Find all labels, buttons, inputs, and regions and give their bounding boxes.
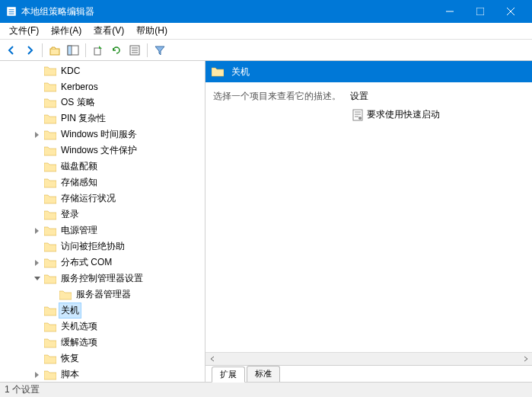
tree-item[interactable]: 关机选项 bbox=[0, 319, 205, 335]
tree-item-label: 电源管理 bbox=[59, 223, 99, 238]
folder-icon bbox=[44, 354, 56, 364]
scroll-left-button[interactable] bbox=[205, 353, 218, 366]
tree-item[interactable]: 服务器管理器 bbox=[0, 287, 205, 303]
detail-body: 选择一个项目来查看它的描述。 设置 要求使用快速启动 bbox=[205, 82, 532, 365]
detail-title: 关机 bbox=[231, 66, 250, 78]
tree-item-label: 关机 bbox=[59, 303, 81, 318]
up-button[interactable] bbox=[46, 42, 63, 59]
tree-item-label: 服务控制管理器设置 bbox=[59, 271, 145, 286]
tree-item-label: 磁盘配额 bbox=[59, 159, 99, 174]
folder-icon bbox=[44, 210, 56, 220]
toolbar-separator bbox=[147, 43, 148, 57]
svg-rect-1 bbox=[9, 9, 14, 10]
status-text: 1 个设置 bbox=[5, 383, 40, 396]
menu-file[interactable]: 文件(F) bbox=[3, 23, 45, 39]
tree-item[interactable]: 缓解选项 bbox=[0, 335, 205, 351]
tree-item[interactable]: 磁盘配额 bbox=[0, 158, 205, 174]
folder-icon bbox=[44, 242, 56, 252]
policy-icon bbox=[352, 109, 364, 121]
folder-icon bbox=[44, 130, 56, 140]
menu-view[interactable]: 查看(V) bbox=[88, 23, 130, 39]
tree-item-label: 存储运行状况 bbox=[59, 191, 117, 206]
tree-item[interactable]: Kerberos bbox=[0, 78, 205, 94]
tree-item[interactable]: 恢复 bbox=[0, 351, 205, 367]
folder-icon bbox=[44, 322, 56, 332]
tree-item-label: Windows 文件保护 bbox=[59, 143, 139, 158]
folder-icon bbox=[59, 290, 72, 300]
tree-item-label: 恢复 bbox=[59, 351, 81, 366]
folder-icon bbox=[44, 370, 56, 380]
toolbar-separator bbox=[42, 43, 43, 57]
setting-label: 要求使用快速启动 bbox=[367, 108, 440, 121]
tree-item-label: Windows 时间服务 bbox=[59, 127, 139, 142]
minimize-button[interactable] bbox=[435, 0, 465, 23]
menu-help[interactable]: 帮助(H) bbox=[130, 23, 174, 39]
folder-icon bbox=[44, 274, 56, 284]
horizontal-scrollbar[interactable] bbox=[205, 352, 532, 365]
tree-item[interactable]: Windows 时间服务 bbox=[0, 126, 205, 142]
forward-button[interactable] bbox=[21, 42, 38, 59]
tree-item[interactable]: KDC bbox=[0, 62, 205, 78]
menu-action[interactable]: 操作(A) bbox=[45, 23, 88, 39]
refresh-button[interactable] bbox=[108, 42, 125, 59]
tree-item-label: OS 策略 bbox=[59, 95, 97, 110]
export-button[interactable] bbox=[90, 42, 107, 59]
tree-item[interactable]: 存储运行状况 bbox=[0, 190, 205, 207]
tree-item[interactable]: 分布式 COM bbox=[0, 255, 205, 271]
tree-item[interactable]: 访问被拒绝协助 bbox=[0, 239, 205, 255]
tree-item-label: KDC bbox=[59, 65, 81, 77]
scroll-right-button[interactable] bbox=[519, 353, 532, 366]
folder-icon bbox=[44, 338, 56, 348]
tree-item-label: 关机选项 bbox=[59, 319, 99, 334]
tree-item-label: PIN 复杂性 bbox=[59, 111, 107, 126]
folder-icon bbox=[44, 114, 56, 124]
folder-icon bbox=[44, 306, 56, 316]
folder-icon bbox=[44, 226, 56, 236]
window-titlebar: 本地组策略编辑器 bbox=[0, 0, 532, 23]
folder-icon bbox=[44, 258, 56, 268]
detail-tabs-row: 扩展 标准 bbox=[205, 365, 532, 382]
tree-item[interactable]: 脚本 bbox=[0, 367, 205, 382]
tree-item[interactable]: PIN 复杂性 bbox=[0, 110, 205, 126]
back-button[interactable] bbox=[3, 42, 20, 59]
tree-item-label: 访问被拒绝协助 bbox=[59, 239, 126, 254]
tree-item[interactable]: 关机 bbox=[0, 303, 205, 319]
tree-item-label: 存储感知 bbox=[59, 175, 99, 190]
maximize-button[interactable] bbox=[465, 0, 495, 23]
tab-extended[interactable]: 扩展 bbox=[212, 367, 245, 383]
content-area: KDCKerberosOS 策略PIN 复杂性Windows 时间服务Windo… bbox=[0, 61, 532, 382]
menubar: 文件(F) 操作(A) 查看(V) 帮助(H) bbox=[0, 23, 532, 40]
window-title: 本地组策略编辑器 bbox=[21, 5, 435, 18]
properties-button[interactable] bbox=[126, 42, 143, 59]
tree-item[interactable]: 存储感知 bbox=[0, 174, 205, 190]
toolbar-separator bbox=[85, 43, 86, 57]
statusbar: 1 个设置 bbox=[0, 382, 532, 397]
folder-icon bbox=[44, 162, 56, 172]
detail-pane: 关机 选择一个项目来查看它的描述。 设置 要求使用快速启动 扩展 标准 bbox=[205, 61, 532, 382]
tree-item-label: 缓解选项 bbox=[59, 335, 99, 350]
tree-scroll[interactable]: KDCKerberosOS 策略PIN 复杂性Windows 时间服务Windo… bbox=[0, 61, 205, 382]
setting-item[interactable]: 要求使用快速启动 bbox=[350, 107, 524, 122]
folder-icon bbox=[44, 178, 56, 188]
folder-icon bbox=[44, 146, 56, 156]
tree-item[interactable]: 电源管理 bbox=[0, 223, 205, 239]
filter-button[interactable] bbox=[151, 42, 168, 59]
tree-item[interactable]: 登录 bbox=[0, 207, 205, 223]
tree-pane: KDCKerberosOS 策略PIN 复杂性Windows 时间服务Windo… bbox=[0, 61, 205, 382]
detail-hint: 选择一个项目来查看它的描述。 bbox=[213, 90, 350, 103]
svg-rect-5 bbox=[476, 8, 484, 15]
show-hide-tree-button[interactable] bbox=[65, 42, 81, 59]
tree-item[interactable]: Windows 文件保护 bbox=[0, 142, 205, 158]
detail-header: 关机 bbox=[205, 61, 532, 82]
tree-item-label: 分布式 COM bbox=[59, 255, 113, 270]
close-button[interactable] bbox=[495, 0, 526, 23]
folder-icon bbox=[44, 66, 56, 76]
svg-rect-2 bbox=[9, 11, 14, 12]
svg-rect-10 bbox=[68, 46, 72, 55]
tree-item[interactable]: OS 策略 bbox=[0, 94, 205, 110]
tab-standard[interactable]: 标准 bbox=[247, 366, 280, 382]
tree-item-label: 脚本 bbox=[59, 367, 81, 382]
settings-column-header[interactable]: 设置 bbox=[350, 90, 524, 103]
tree-item[interactable]: 服务控制管理器设置 bbox=[0, 271, 205, 287]
app-icon bbox=[6, 6, 17, 17]
